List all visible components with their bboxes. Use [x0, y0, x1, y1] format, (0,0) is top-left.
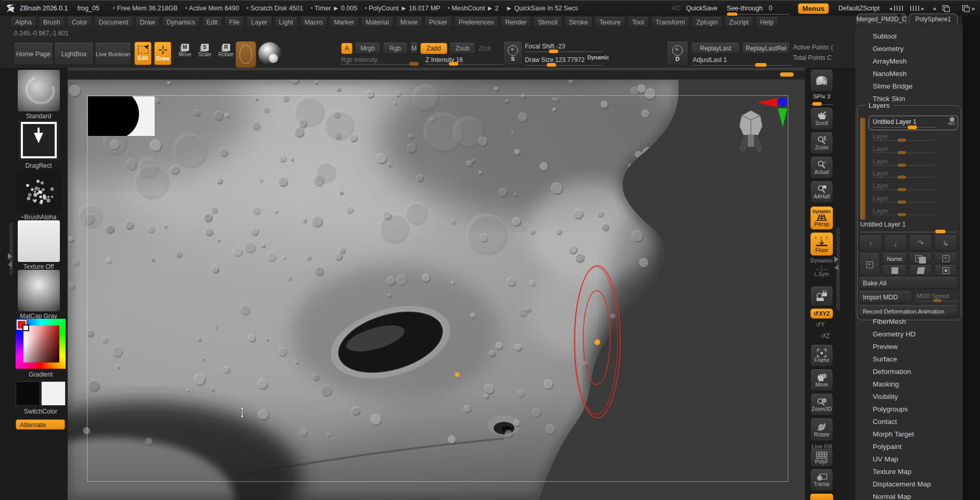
- menu-item[interactable]: Layer: [246, 17, 272, 28]
- tool-section[interactable]: UV Map: [857, 453, 961, 466]
- layer-row[interactable]: Layer: [873, 193, 940, 205]
- focal-shift-slider[interactable]: Focal Shift -23: [525, 43, 565, 50]
- live-boolean-button[interactable]: Live Boolean: [95, 43, 131, 65]
- texture-off-thumbnail[interactable]: [17, 220, 60, 262]
- layer-knob[interactable]: [898, 213, 906, 216]
- brushalpha-thumbnail[interactable]: [17, 170, 60, 213]
- alpha-selector[interactable]: ~BrushAlpha: [11, 170, 66, 221]
- layer-row[interactable]: Layer: [873, 206, 940, 218]
- layer-knob[interactable]: [898, 151, 906, 154]
- record-toggle[interactable]: REC: [948, 117, 956, 126]
- layer-undo-branch-button[interactable]: ↳: [934, 235, 957, 251]
- divider-collapse-icon[interactable]: [8, 261, 12, 268]
- zadd-button[interactable]: Zadd: [420, 43, 447, 54]
- tool-section[interactable]: Normal Map: [857, 491, 961, 500]
- y-axis-gizmo-icon[interactable]: [778, 108, 787, 127]
- tool-section[interactable]: Morph Target: [857, 428, 961, 441]
- move-button[interactable]: MMove: [176, 44, 194, 57]
- texture-selector[interactable]: Texture Off: [11, 220, 66, 270]
- layer-row[interactable]: Layer: [873, 156, 940, 168]
- bpr-render-button[interactable]: BPR: [810, 70, 833, 92]
- menu-item[interactable]: Picker: [424, 17, 452, 28]
- tool-section[interactable]: Visibility: [857, 391, 961, 403]
- ghost-button-partial[interactable]: [810, 494, 833, 500]
- scroll-doc-button[interactable]: Scroll: [810, 108, 833, 130]
- new-layer-button[interactable]: +: [859, 253, 880, 276]
- menu-item[interactable]: File: [224, 17, 244, 28]
- camera-lock-button[interactable]: [810, 286, 833, 306]
- replay-last-rel-button[interactable]: ReplayLastRel: [742, 43, 790, 54]
- sculpt-viewport[interactable]: [68, 68, 805, 500]
- zscript-button[interactable]: DefaultZScript: [838, 5, 880, 12]
- frame-next-icon[interactable]: ►: [957, 4, 976, 12]
- layer-intensity-knob[interactable]: [908, 126, 917, 129]
- draw-button[interactable]: Draw: [154, 42, 171, 65]
- menu-item[interactable]: Color: [67, 17, 92, 28]
- menu-item[interactable]: Stroke: [564, 17, 593, 28]
- menu-item[interactable]: Dynamics: [162, 17, 200, 28]
- draw-size-knob[interactable]: [547, 63, 556, 67]
- frame-button[interactable]: Frame: [810, 345, 833, 367]
- duplicate-layer-button[interactable]: +: [909, 253, 932, 264]
- canvas-top-indicator[interactable]: [780, 72, 794, 77]
- split-layer-button[interactable]: [909, 265, 932, 276]
- frame-prev-icon[interactable]: ◄: [932, 4, 951, 12]
- camera-gizmo-icon[interactable]: [735, 108, 767, 155]
- polyframe-button[interactable]: PolyF: [810, 449, 833, 467]
- delete-layer-button[interactable]: ×: [934, 253, 957, 264]
- see-through-slider[interactable]: See-through 0: [727, 5, 789, 12]
- tool-section[interactable]: Deformation: [857, 366, 961, 378]
- menu-item[interactable]: Document: [94, 17, 133, 28]
- zoom-3d-button[interactable]: Zoom3D: [810, 394, 833, 416]
- rotate-3d-button[interactable]: Rotate: [810, 418, 833, 441]
- standard-brush-thumbnail[interactable]: [17, 69, 60, 112]
- primary-color-swatch[interactable]: [16, 381, 40, 406]
- layer-knob[interactable]: [898, 139, 906, 142]
- persp-button[interactable]: Dynamic Persp: [810, 206, 833, 230]
- adjust-last-slider[interactable]: AdjustLast 1: [693, 56, 727, 64]
- rgb-button[interactable]: Rgb: [383, 43, 408, 54]
- tab-polysphere1[interactable]: PolySphere1: [909, 14, 958, 24]
- menu-item[interactable]: Preferences: [454, 17, 498, 28]
- merge-down-button[interactable]: [882, 265, 907, 276]
- home-page-button[interactable]: Home Page: [14, 43, 53, 65]
- tool-section[interactable]: Preview: [857, 341, 961, 353]
- spix-slider[interactable]: SPix 3: [810, 93, 833, 99]
- tool-section[interactable]: Polygroups: [857, 403, 961, 416]
- scale-button[interactable]: SScale: [196, 44, 213, 57]
- menu-item[interactable]: Zplugin: [692, 17, 722, 28]
- divider-expand-icon[interactable]: [8, 253, 12, 259]
- zoom-doc-button[interactable]: Zoom: [810, 132, 833, 154]
- move-3d-button[interactable]: Move: [810, 369, 833, 391]
- replay-last-button[interactable]: ReplayLast: [691, 43, 740, 54]
- layer-row[interactable]: Layer: [873, 181, 940, 193]
- menu-item[interactable]: Texture: [595, 17, 625, 28]
- menu-item[interactable]: Material: [361, 17, 393, 28]
- menu-item[interactable]: Marker: [329, 17, 359, 28]
- mrgb-button[interactable]: Mrgb: [355, 43, 381, 54]
- adjust-last-knob[interactable]: [755, 63, 767, 67]
- color-picker[interactable]: [16, 319, 66, 369]
- rgb-intensity-slider[interactable]: Rgb Intensity: [341, 56, 378, 64]
- zsub-button[interactable]: Zsub: [449, 43, 475, 54]
- brush-selector[interactable]: Standard: [11, 69, 66, 120]
- layers-scrollbar[interactable]: [860, 118, 865, 220]
- x-axis-gizmo-icon[interactable]: [757, 98, 777, 107]
- actual-size-button[interactable]: x1 Actual: [810, 157, 833, 179]
- m-button[interactable]: M: [410, 43, 418, 54]
- material-selector[interactable]: MatCap Gray: [11, 269, 66, 320]
- scrub-right-icon[interactable]: ►: [910, 6, 925, 11]
- mdd-speed-slider[interactable]: MDD Speed: [916, 293, 949, 299]
- import-mdd-button[interactable]: Import MDD: [858, 291, 912, 303]
- focal-shift-knob[interactable]: [549, 49, 558, 53]
- dynamic-label[interactable]: Dynamic: [587, 55, 609, 60]
- tool-section[interactable]: Texture Map: [857, 466, 961, 478]
- tool-section[interactable]: FiberMesh: [857, 316, 961, 328]
- transparency-button[interactable]: Transp: [810, 469, 833, 491]
- layer-down-button[interactable]: ↓: [884, 235, 907, 251]
- rename-layer-button[interactable]: Name: [882, 253, 907, 264]
- z-intensity-knob[interactable]: [449, 62, 458, 66]
- menu-item[interactable]: Zscript: [724, 17, 753, 28]
- current-brush-preview[interactable]: [235, 41, 256, 68]
- menu-item[interactable]: Movie: [396, 17, 422, 28]
